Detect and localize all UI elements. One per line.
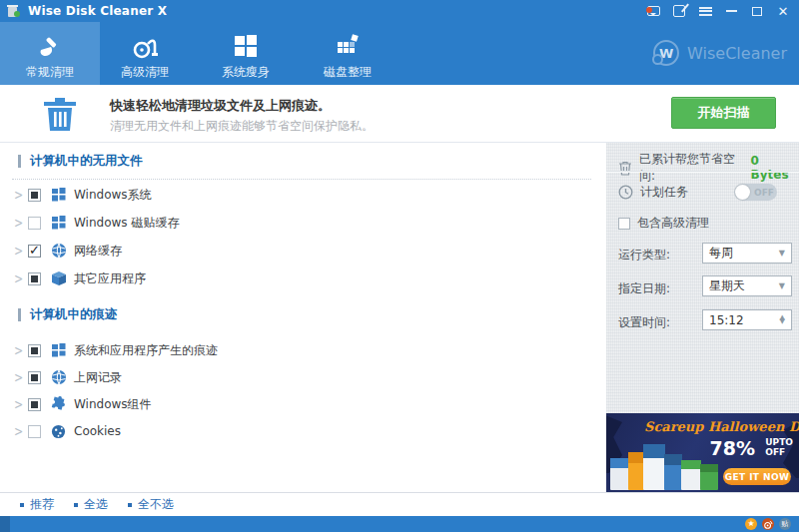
list-item-web-cache[interactable]: > 网络缓存 bbox=[0, 237, 599, 265]
checkbox[interactable] bbox=[28, 371, 41, 384]
section-title: 计算机中的痕迹 bbox=[30, 306, 118, 323]
product-boxes bbox=[610, 438, 722, 490]
defrag-icon bbox=[334, 31, 362, 61]
tab-advanced-clean[interactable]: 高级清理 bbox=[95, 22, 195, 85]
vacuum-icon bbox=[130, 31, 160, 61]
time-row: 设置时间: bbox=[618, 314, 670, 331]
scheduled-task-row: 计划任务 bbox=[618, 184, 688, 201]
checkbox[interactable] bbox=[28, 425, 41, 438]
scheduled-task-toggle[interactable]: OFF bbox=[734, 184, 777, 201]
puzzle-icon bbox=[50, 396, 67, 413]
date-label: 指定日期: bbox=[618, 280, 670, 297]
list-item-system-traces[interactable]: > 系统和应用程序产生的痕迹 bbox=[0, 336, 599, 364]
item-label: 上网记录 bbox=[74, 369, 122, 386]
halloween-ad-banner[interactable]: Scareup Halloween Deals 78% UPTOOFF GET … bbox=[606, 413, 799, 492]
section-title: 计算机中的无用文件 bbox=[30, 153, 143, 170]
wisecleaner-logo-mark: W bbox=[653, 40, 679, 66]
bullet-icon bbox=[74, 503, 78, 507]
close-button[interactable]: ✕ bbox=[775, 3, 791, 19]
tab-system-slim[interactable]: 系统瘦身 bbox=[196, 22, 296, 85]
spinner-arrows-icon[interactable]: ▲▼ bbox=[780, 316, 785, 324]
time-label: 设置时间: bbox=[618, 314, 670, 331]
list-item-cookies[interactable]: > Cookies bbox=[0, 417, 599, 445]
chevron-right-icon[interactable]: > bbox=[14, 216, 24, 230]
time-spinner[interactable]: 15:12 ▲▼ bbox=[702, 309, 792, 330]
windows-icon bbox=[50, 215, 67, 232]
app-window: Wise Disk Cleaner X ✕ 常规清理 bbox=[0, 0, 799, 532]
toggle-state-label: OFF bbox=[754, 188, 774, 198]
time-value: 15:12 bbox=[709, 313, 744, 327]
date-select[interactable]: 星期天 ▼ bbox=[702, 275, 792, 296]
checkbox[interactable] bbox=[28, 245, 41, 258]
app-icon bbox=[6, 4, 20, 18]
scheduled-task-label: 计划任务 bbox=[640, 184, 688, 201]
chevron-down-icon: ▼ bbox=[779, 249, 785, 258]
item-label: 网络缓存 bbox=[74, 243, 122, 260]
item-label: Cookies bbox=[74, 424, 121, 438]
section-header-junk-files: 计算机中的无用文件 bbox=[18, 152, 143, 170]
get-it-now-button[interactable]: GET IT NOW bbox=[723, 468, 791, 485]
weibo-share-icon[interactable] bbox=[762, 518, 774, 530]
list-item-windows-system[interactable]: > Windows系统 bbox=[0, 181, 599, 209]
select-none-link[interactable]: 全不选 bbox=[128, 496, 174, 513]
feedback-icon[interactable] bbox=[645, 3, 661, 19]
recommend-link[interactable]: 推荐 bbox=[20, 496, 54, 513]
checkbox[interactable] bbox=[28, 398, 41, 411]
minimize-button[interactable] bbox=[723, 3, 739, 19]
checkbox[interactable] bbox=[28, 272, 41, 285]
chevron-right-icon[interactable]: > bbox=[14, 397, 24, 411]
notification-dot bbox=[646, 7, 652, 13]
tab-label: 磁盘整理 bbox=[324, 64, 372, 81]
select-all-link[interactable]: 全选 bbox=[74, 496, 108, 513]
edit-icon[interactable] bbox=[671, 3, 687, 19]
checkbox[interactable] bbox=[28, 217, 41, 230]
menu-icon[interactable] bbox=[697, 3, 713, 19]
chevron-right-icon[interactable]: > bbox=[14, 244, 24, 258]
date-row: 指定日期: bbox=[618, 280, 670, 297]
divider bbox=[12, 179, 591, 180]
run-type-row: 运行类型: bbox=[618, 247, 670, 264]
chevron-down-icon: ▼ bbox=[779, 281, 785, 290]
trash-icon bbox=[42, 95, 78, 133]
tieba-share-icon[interactable]: 贴 bbox=[779, 518, 791, 530]
banner-title: 快速轻松地清理垃圾文件及上网痕迹。 bbox=[110, 97, 331, 115]
saved-space-value: 0 Bytes bbox=[751, 154, 799, 182]
side-panel: 已累计帮您节省空间: 0 Bytes 计划任务 OFF 包含高级清理 运行类型: bbox=[606, 143, 799, 492]
qzone-share-icon[interactable]: ★ bbox=[745, 518, 757, 530]
windows-icon bbox=[50, 187, 67, 204]
list-item-windows-components[interactable]: > Windows组件 bbox=[0, 390, 599, 418]
clock-icon bbox=[618, 185, 633, 200]
status-bar: ★ 贴 bbox=[0, 516, 799, 532]
chevron-right-icon[interactable]: > bbox=[14, 424, 24, 438]
windows-logo-icon bbox=[232, 31, 260, 61]
run-type-value: 每周 bbox=[709, 245, 733, 262]
list-item-browsing-history[interactable]: > 上网记录 bbox=[0, 363, 599, 391]
tab-common-clean[interactable]: 常规清理 bbox=[0, 22, 100, 85]
banner-subtitle: 清理无用文件和上网痕迹能够节省空间保护隐私。 bbox=[110, 118, 374, 135]
tab-disk-defrag[interactable]: 磁盘整理 bbox=[298, 22, 398, 85]
chevron-right-icon[interactable]: > bbox=[14, 343, 24, 357]
checkbox[interactable] bbox=[28, 189, 41, 202]
title-bar[interactable]: Wise Disk Cleaner X ✕ bbox=[0, 0, 799, 22]
selection-links-bar: 推荐 全选 全不选 bbox=[0, 492, 799, 516]
run-type-select[interactable]: 每周 ▼ bbox=[702, 243, 792, 264]
ad-headline: Scareup Halloween Deals bbox=[644, 419, 796, 434]
globe-icon bbox=[50, 243, 67, 260]
brush-icon bbox=[35, 31, 65, 61]
maximize-button[interactable] bbox=[749, 3, 765, 19]
date-value: 星期天 bbox=[709, 277, 745, 294]
start-scan-button[interactable]: 开始扫描 bbox=[671, 97, 776, 129]
checkbox[interactable] bbox=[28, 344, 41, 357]
tab-bar: 常规清理 高级清理 系统瘦身 bbox=[0, 22, 799, 85]
list-item-other-apps[interactable]: > 其它应用程序 bbox=[0, 265, 599, 292]
divider bbox=[606, 172, 799, 173]
chevron-right-icon[interactable]: > bbox=[14, 370, 24, 384]
chevron-right-icon[interactable]: > bbox=[14, 271, 24, 285]
item-label: Windows系统 bbox=[74, 187, 152, 204]
item-label: Windows 磁贴缓存 bbox=[74, 215, 179, 232]
toggle-knob bbox=[735, 185, 750, 200]
checkbox[interactable] bbox=[618, 218, 630, 230]
chevron-right-icon[interactable]: > bbox=[14, 188, 24, 202]
list-item-tile-cache[interactable]: > Windows 磁贴缓存 bbox=[0, 209, 599, 237]
include-advanced-row[interactable]: 包含高级清理 bbox=[618, 215, 709, 232]
